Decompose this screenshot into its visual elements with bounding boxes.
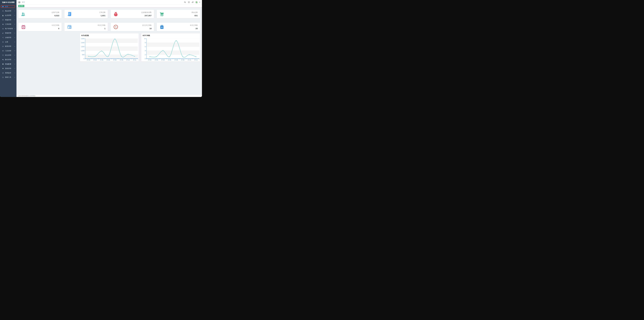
calendar-31-icon: 31 (159, 24, 164, 30)
stat-card-label: 商品总数 (192, 11, 198, 14)
sidebar-item-member[interactable]: 会员管理 (0, 13, 16, 18)
sidebar-item-label: 系统管理 (5, 68, 14, 70)
sidebar-item-shop[interactable]: 商铺管理 (0, 18, 16, 22)
points-calendar-icon (2, 54, 4, 56)
sidebar-item-marketing[interactable]: 营销管理 (0, 31, 16, 35)
chevron-down-icon (14, 59, 15, 60)
svg-text:1,500: 1,500 (81, 46, 84, 48)
chevron-down-icon (14, 37, 15, 38)
sidebar-item-label: 系统工具 (5, 76, 14, 78)
sidebar-item-label: 微信管理 (5, 59, 14, 61)
line-chart: 024681007-0307-0407-0507-0607-0807-0907-… (141, 33, 200, 61)
font-size-icon[interactable]: TT (192, 2, 194, 3)
users-icon (21, 12, 26, 17)
seven-circle-icon: 七 (113, 24, 118, 30)
chevron-down-icon (14, 72, 15, 73)
chevron-down-icon[interactable] (199, 2, 200, 3)
svg-text:07-04: 07-04 (94, 59, 97, 61)
svg-text:07-11: 07-11 (194, 59, 198, 61)
sidebar-item-label: 众筹 (5, 41, 14, 43)
app-window: 宝象GO-后台管理 首页 商品管理 会员管理 商铺管理 订单管理 电子券管理 营… (0, 0, 202, 97)
sidebar-item-finance[interactable]: 财务管理 (0, 44, 16, 49)
chevron-down-icon (14, 46, 15, 47)
cart-icon (159, 12, 164, 17)
sidebar-item-label: 首页 (5, 6, 15, 8)
sidebar-item-goods[interactable]: 商品管理 (0, 9, 16, 13)
sidebar-item-label: 积分管理 (5, 54, 14, 56)
chevron-down-icon (14, 54, 15, 56)
sidebar-item-label: 营销管理 (5, 32, 14, 34)
navbar: 首页 (16, 0, 202, 5)
sidebar-item-store[interactable]: 门店管理 (0, 49, 16, 53)
stat-card-seven-day-orders: 七 近七天订单数 18 (111, 23, 154, 31)
sidebar-item-label: 财务管理 (5, 45, 14, 48)
chevron-down-icon (14, 41, 15, 42)
monitor-icon (2, 72, 4, 74)
sidebar-item-distribution[interactable]: 分销管理 (0, 35, 16, 40)
chevron-down-icon (14, 15, 15, 16)
chevron-down-icon (14, 19, 15, 20)
svg-text:07-06: 07-06 (107, 59, 110, 61)
stat-card-today-orders: 今 今日订单数 0 (18, 23, 62, 31)
chart-title: 本月订单数 (142, 35, 150, 37)
avatar[interactable] (195, 1, 198, 4)
font-size-big-letter: T (192, 2, 194, 3)
chevron-down-icon (14, 63, 15, 64)
sidebar-item-label: 电子券管理 (5, 28, 14, 30)
tools-briefcase-icon (2, 77, 4, 78)
store-icon (2, 50, 4, 52)
sidebar-item-tools[interactable]: 系统工具 (0, 75, 16, 80)
coupon-icon (2, 28, 4, 30)
stat-cards-grid: 总用户总数 8,522 订单总数 1,601 ¥ 总金额(包运费) 247,06… (18, 10, 200, 31)
breadcrumb[interactable]: 首页 (22, 1, 25, 3)
tag-label: 首页 (21, 5, 23, 7)
sidebar-item-wechat[interactable]: 微信管理 (0, 58, 16, 62)
svg-text:4: 4 (145, 50, 146, 52)
dashboard-icon (2, 6, 4, 8)
sidebar-item-label: 商铺管理 (5, 19, 14, 21)
charts-row: 本月成交额 05001,0001,5002,0002,50007-0307-04… (18, 33, 200, 61)
svg-text:07-09: 07-09 (181, 59, 184, 61)
sidebar-item-coupon[interactable]: 电子券管理 (0, 27, 16, 31)
chevron-down-icon (14, 10, 15, 11)
svg-text:6: 6 (145, 46, 146, 48)
stat-card-total-orders: 订单总数 1,601 (64, 10, 108, 18)
money-bag-icon: ¥ (113, 12, 118, 17)
stat-card-yesterday-orders: 昨日订单数 1 (64, 23, 108, 31)
svg-text:07-05: 07-05 (161, 59, 164, 61)
sidebar-item-monitor[interactable]: 系统监控 (0, 71, 16, 75)
sidebar-item-crowdfunding[interactable]: 众筹 (0, 40, 16, 44)
stat-card-value: 1 (98, 27, 106, 30)
sidebar-item-home[interactable]: 首页 (0, 5, 16, 9)
stat-card-month-orders: 31 本月订单数 20 (157, 23, 200, 31)
app-footer: · 宝象GO跨境电商后台管理系统 · (16, 95, 202, 97)
svg-text:2: 2 (145, 54, 146, 56)
stat-card-value: 831 (192, 15, 198, 17)
order-lock-icon (2, 23, 4, 25)
stat-card-value: 247,067 (141, 15, 152, 17)
sidebar-item-mall-config[interactable]: 商城配置 (0, 62, 16, 66)
receipt-icon (67, 12, 72, 17)
sidebar-item-label: 商城配置 (5, 63, 14, 65)
svg-text:07-03: 07-03 (148, 59, 152, 61)
svg-text:07-04: 07-04 (155, 59, 158, 61)
stat-card-value: 1,601 (99, 15, 106, 17)
sidebar-toggle-hamburger-icon[interactable] (18, 1, 20, 3)
chevron-down-icon (14, 77, 15, 78)
sidebar-item-label: 会员管理 (5, 14, 14, 17)
desktop: 宝象GO-后台管理 首页 商品管理 会员管理 商铺管理 订单管理 电子券管理 营… (0, 0, 202, 98)
svg-text:2,500: 2,500 (81, 38, 84, 40)
fullscreen-icon[interactable] (188, 1, 190, 3)
sidebar-item-system[interactable]: 系统管理 (0, 66, 16, 71)
main-column: 首页 (16, 0, 202, 97)
svg-text:07-08: 07-08 (113, 59, 116, 61)
system-gear-icon (2, 68, 4, 69)
finance-card-icon (2, 46, 4, 47)
stat-card-total-amount: ¥ 总金额(包运费) 247,067 (111, 10, 154, 18)
sidebar-item-points[interactable]: 积分管理 (0, 53, 16, 57)
tag-home[interactable]: 首页 (18, 5, 24, 7)
svg-text:07-05: 07-05 (100, 59, 103, 61)
search-icon[interactable] (184, 1, 186, 3)
sidebar-item-order[interactable]: 订单管理 (0, 22, 16, 27)
sidebar-menu: 首页 商品管理 会员管理 商铺管理 订单管理 电子券管理 营销管理 分销管理 众… (0, 5, 16, 80)
